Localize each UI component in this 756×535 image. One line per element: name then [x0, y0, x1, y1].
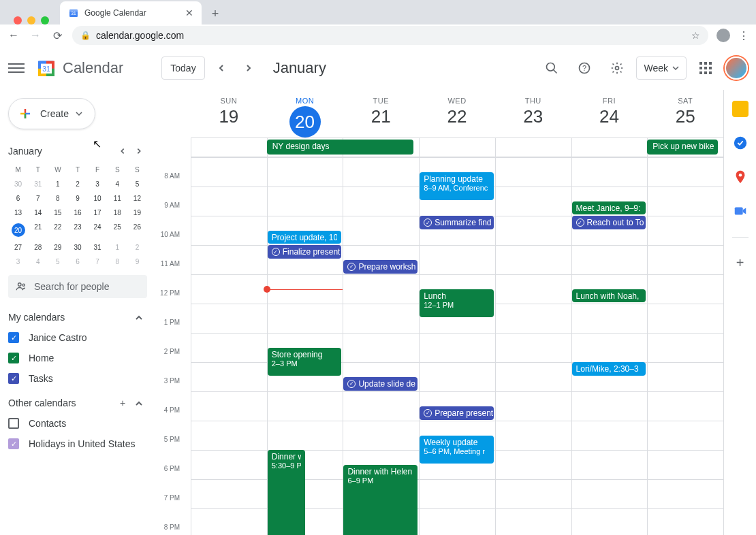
mini-prev-button[interactable] — [114, 143, 131, 159]
mini-day[interactable]: 11 — [108, 195, 127, 202]
event[interactable]: Store opening2–3 PM — [268, 348, 342, 376]
event[interactable]: Project update, 10 — [268, 231, 342, 244]
checkbox[interactable] — [8, 418, 19, 429]
mini-day[interactable]: 2 — [127, 244, 147, 251]
reload-button[interactable]: ⟳ — [50, 29, 64, 42]
mini-day[interactable]: 29 — [48, 244, 67, 251]
mini-day[interactable]: 15 — [48, 209, 67, 216]
browser-profile[interactable] — [716, 29, 730, 42]
task-chip[interactable]: ✓Prepare present — [420, 406, 494, 420]
event[interactable]: Dinner with Helen6–9 PM — [343, 465, 418, 536]
mini-day[interactable]: 20 — [8, 223, 28, 237]
mini-day[interactable]: 14 — [28, 209, 48, 216]
add-addon-button[interactable]: + — [736, 255, 744, 271]
mini-day[interactable]: 9 — [127, 258, 147, 265]
day-column[interactable] — [647, 157, 723, 535]
day-column[interactable] — [495, 157, 571, 535]
checkbox[interactable]: ✓ — [8, 353, 19, 363]
mini-day[interactable]: 26 — [127, 223, 147, 237]
mini-day[interactable]: 16 — [67, 209, 87, 216]
view-switcher[interactable]: Week — [636, 56, 687, 80]
time-grid[interactable]: 8 AM9 AM10 AM11 AM12 PM1 PM2 PM3 PM4 PM5… — [155, 157, 723, 535]
minimize-window[interactable] — [27, 16, 35, 25]
collapse-button[interactable] — [131, 398, 147, 408]
day-column[interactable] — [191, 157, 267, 535]
close-tab-icon[interactable]: ✕ — [185, 7, 193, 18]
mini-day[interactable]: 4 — [108, 180, 127, 188]
mini-day[interactable]: 7 — [28, 195, 48, 202]
search-people-input[interactable]: Search for people — [8, 275, 147, 298]
day-column[interactable]: Project update, 10✓Finalize presentStore… — [267, 157, 343, 535]
mini-day[interactable]: 2 — [67, 180, 87, 188]
window-controls[interactable] — [5, 8, 54, 25]
browser-menu-icon[interactable]: ⋮ — [738, 29, 749, 42]
maximize-window[interactable] — [41, 16, 49, 25]
event[interactable]: Lori/Mike, 2:30–3 — [572, 362, 646, 376]
mini-day[interactable]: 6 — [67, 258, 87, 265]
account-avatar[interactable] — [725, 56, 748, 80]
mini-day[interactable]: 10 — [88, 195, 108, 202]
calendar-item[interactable]: ✓Tasks — [8, 373, 147, 384]
browser-tab[interactable]: 31 Google Calendar ✕ — [60, 1, 202, 25]
allday-event[interactable]: Pick up new bike — [647, 140, 718, 155]
mini-day[interactable]: 8 — [48, 195, 67, 202]
mini-day[interactable]: 19 — [127, 209, 147, 216]
day-column[interactable]: ✓Prepare worksh✓Update slide deDinner wi… — [343, 157, 419, 535]
event[interactable]: Weekly update5–6 PM, Meeting r — [420, 436, 494, 464]
event[interactable]: Lunch with Noah, — [572, 289, 646, 303]
tasks-button[interactable] — [732, 135, 749, 151]
mini-day[interactable]: 7 — [88, 258, 108, 265]
checkbox[interactable]: ✓ — [8, 332, 19, 343]
mini-day[interactable]: 25 — [108, 223, 127, 237]
prev-week-button[interactable] — [210, 57, 232, 79]
allday-row[interactable]: NY design daysPick up new bike — [191, 138, 723, 157]
calendar-item[interactable]: ✓Home — [8, 353, 147, 363]
day-header[interactable]: MON20 — [267, 90, 343, 137]
mini-day[interactable]: 13 — [8, 209, 28, 216]
close-window[interactable] — [14, 16, 22, 25]
task-chip[interactable]: ✓Finalize present — [268, 245, 342, 259]
add-calendar-button[interactable]: + — [114, 398, 131, 408]
mini-calendar[interactable]: MTWTFSS303112345678910111213141516171819… — [8, 166, 147, 265]
calendar-item[interactable]: ✓Janice Castro — [8, 332, 147, 343]
keep-button[interactable] — [732, 101, 749, 117]
checkbox[interactable]: ✓ — [8, 438, 19, 449]
collapse-button[interactable] — [131, 312, 147, 323]
event[interactable]: Planning update8–9 AM, Conferenc — [420, 172, 494, 200]
mini-day[interactable]: 1 — [108, 244, 127, 251]
mini-day[interactable]: 22 — [48, 223, 67, 237]
mini-day[interactable]: 6 — [8, 195, 28, 202]
mini-day[interactable]: 27 — [8, 244, 28, 251]
day-header[interactable]: THU23 — [495, 90, 571, 137]
next-week-button[interactable] — [238, 57, 259, 79]
task-chip[interactable]: ✓Update slide de — [343, 377, 418, 391]
task-chip[interactable]: ✓Prepare worksh — [343, 260, 418, 274]
day-header[interactable]: FRI24 — [571, 90, 648, 137]
mini-day[interactable]: 3 — [88, 180, 108, 188]
mini-day[interactable]: 28 — [28, 244, 48, 251]
mini-day[interactable]: 12 — [127, 195, 147, 202]
mini-day[interactable]: 18 — [108, 209, 127, 216]
task-chip[interactable]: ✓Reach out to To — [572, 216, 646, 229]
mini-day[interactable]: 30 — [67, 244, 87, 251]
mini-day[interactable]: 5 — [127, 180, 147, 188]
calendar-item[interactable]: Contacts — [8, 418, 147, 429]
help-button[interactable]: ? — [571, 54, 598, 82]
url-input[interactable]: 🔒 calendar.google.com ☆ — [72, 26, 708, 45]
main-menu-button[interactable] — [8, 60, 25, 76]
day-header[interactable]: WED22 — [419, 90, 495, 137]
event[interactable]: Meet Janice, 9–9: — [572, 201, 646, 215]
day-column[interactable]: Meet Janice, 9–9:✓Reach out to ToLunch w… — [571, 157, 648, 535]
today-button[interactable]: Today — [161, 56, 204, 80]
allday-event[interactable]: NY design days — [267, 140, 414, 155]
mini-next-button[interactable] — [131, 143, 147, 159]
forward-button[interactable]: → — [29, 29, 42, 42]
mini-day[interactable]: 9 — [67, 195, 87, 202]
event[interactable]: Lunch12–1 PM — [420, 289, 494, 317]
contacts-button[interactable] — [732, 203, 749, 219]
search-button[interactable] — [538, 54, 565, 82]
mini-day[interactable]: 24 — [88, 223, 108, 237]
day-header[interactable]: SUN19 — [191, 90, 267, 137]
mini-day[interactable]: 3 — [8, 258, 28, 265]
bookmark-star-icon[interactable]: ☆ — [691, 30, 700, 41]
